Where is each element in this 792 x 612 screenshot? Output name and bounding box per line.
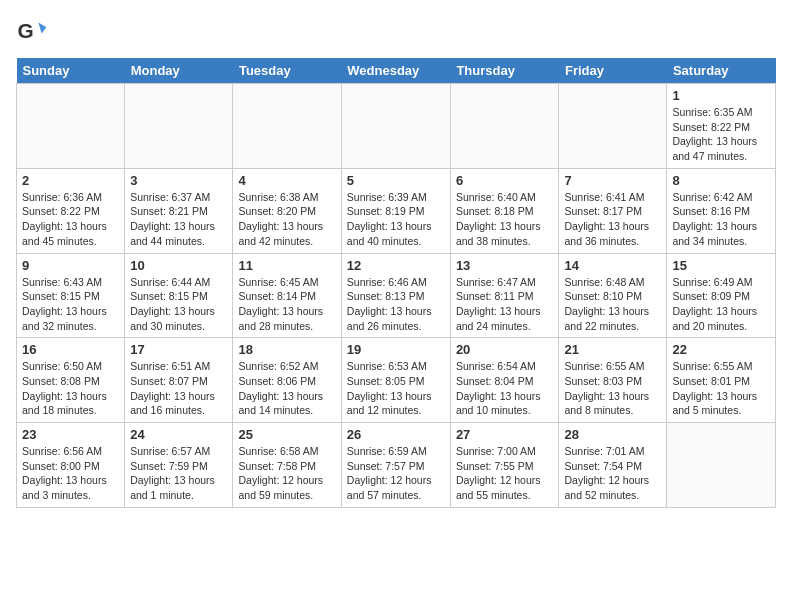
- day-info: Sunrise: 6:47 AM Sunset: 8:11 PM Dayligh…: [456, 275, 554, 334]
- week-row-3: 9Sunrise: 6:43 AM Sunset: 8:15 PM Daylig…: [17, 253, 776, 338]
- day-info: Sunrise: 6:54 AM Sunset: 8:04 PM Dayligh…: [456, 359, 554, 418]
- day-number: 6: [456, 173, 554, 188]
- day-info: Sunrise: 6:36 AM Sunset: 8:22 PM Dayligh…: [22, 190, 119, 249]
- day-number: 12: [347, 258, 445, 273]
- day-cell: [17, 84, 125, 169]
- day-info: Sunrise: 6:52 AM Sunset: 8:06 PM Dayligh…: [238, 359, 335, 418]
- day-info: Sunrise: 6:37 AM Sunset: 8:21 PM Dayligh…: [130, 190, 227, 249]
- day-cell: [125, 84, 233, 169]
- day-cell: 20Sunrise: 6:54 AM Sunset: 8:04 PM Dayli…: [450, 338, 559, 423]
- day-number: 20: [456, 342, 554, 357]
- column-header-tuesday: Tuesday: [233, 58, 341, 84]
- day-cell: 7Sunrise: 6:41 AM Sunset: 8:17 PM Daylig…: [559, 168, 667, 253]
- column-header-thursday: Thursday: [450, 58, 559, 84]
- day-cell: 19Sunrise: 6:53 AM Sunset: 8:05 PM Dayli…: [341, 338, 450, 423]
- column-header-friday: Friday: [559, 58, 667, 84]
- day-number: 9: [22, 258, 119, 273]
- column-header-saturday: Saturday: [667, 58, 776, 84]
- day-cell: 11Sunrise: 6:45 AM Sunset: 8:14 PM Dayli…: [233, 253, 341, 338]
- day-info: Sunrise: 6:41 AM Sunset: 8:17 PM Dayligh…: [564, 190, 661, 249]
- day-number: 7: [564, 173, 661, 188]
- day-cell: 15Sunrise: 6:49 AM Sunset: 8:09 PM Dayli…: [667, 253, 776, 338]
- day-info: Sunrise: 6:53 AM Sunset: 8:05 PM Dayligh…: [347, 359, 445, 418]
- day-cell: 22Sunrise: 6:55 AM Sunset: 8:01 PM Dayli…: [667, 338, 776, 423]
- svg-marker-1: [38, 22, 46, 33]
- day-number: 2: [22, 173, 119, 188]
- day-number: 14: [564, 258, 661, 273]
- day-cell: 3Sunrise: 6:37 AM Sunset: 8:21 PM Daylig…: [125, 168, 233, 253]
- day-cell: 25Sunrise: 6:58 AM Sunset: 7:58 PM Dayli…: [233, 423, 341, 508]
- day-number: 21: [564, 342, 661, 357]
- week-row-5: 23Sunrise: 6:56 AM Sunset: 8:00 PM Dayli…: [17, 423, 776, 508]
- day-info: Sunrise: 7:01 AM Sunset: 7:54 PM Dayligh…: [564, 444, 661, 503]
- day-number: 27: [456, 427, 554, 442]
- day-cell: 14Sunrise: 6:48 AM Sunset: 8:10 PM Dayli…: [559, 253, 667, 338]
- column-header-monday: Monday: [125, 58, 233, 84]
- day-number: 10: [130, 258, 227, 273]
- day-cell: 17Sunrise: 6:51 AM Sunset: 8:07 PM Dayli…: [125, 338, 233, 423]
- day-info: Sunrise: 6:45 AM Sunset: 8:14 PM Dayligh…: [238, 275, 335, 334]
- day-info: Sunrise: 7:00 AM Sunset: 7:55 PM Dayligh…: [456, 444, 554, 503]
- day-cell: [667, 423, 776, 508]
- day-cell: 13Sunrise: 6:47 AM Sunset: 8:11 PM Dayli…: [450, 253, 559, 338]
- day-info: Sunrise: 6:35 AM Sunset: 8:22 PM Dayligh…: [672, 105, 770, 164]
- day-cell: 6Sunrise: 6:40 AM Sunset: 8:18 PM Daylig…: [450, 168, 559, 253]
- day-cell: [341, 84, 450, 169]
- logo-icon: G: [16, 16, 48, 48]
- day-cell: 10Sunrise: 6:44 AM Sunset: 8:15 PM Dayli…: [125, 253, 233, 338]
- day-info: Sunrise: 6:49 AM Sunset: 8:09 PM Dayligh…: [672, 275, 770, 334]
- day-cell: 1Sunrise: 6:35 AM Sunset: 8:22 PM Daylig…: [667, 84, 776, 169]
- day-number: 4: [238, 173, 335, 188]
- week-row-1: 1Sunrise: 6:35 AM Sunset: 8:22 PM Daylig…: [17, 84, 776, 169]
- day-info: Sunrise: 6:44 AM Sunset: 8:15 PM Dayligh…: [130, 275, 227, 334]
- day-cell: 16Sunrise: 6:50 AM Sunset: 8:08 PM Dayli…: [17, 338, 125, 423]
- day-number: 8: [672, 173, 770, 188]
- day-info: Sunrise: 6:39 AM Sunset: 8:19 PM Dayligh…: [347, 190, 445, 249]
- day-cell: [233, 84, 341, 169]
- day-number: 18: [238, 342, 335, 357]
- day-info: Sunrise: 6:58 AM Sunset: 7:58 PM Dayligh…: [238, 444, 335, 503]
- logo: G: [16, 16, 52, 48]
- day-cell: 18Sunrise: 6:52 AM Sunset: 8:06 PM Dayli…: [233, 338, 341, 423]
- day-info: Sunrise: 6:50 AM Sunset: 8:08 PM Dayligh…: [22, 359, 119, 418]
- day-info: Sunrise: 6:42 AM Sunset: 8:16 PM Dayligh…: [672, 190, 770, 249]
- day-number: 17: [130, 342, 227, 357]
- page-header: G: [16, 16, 776, 48]
- day-cell: 2Sunrise: 6:36 AM Sunset: 8:22 PM Daylig…: [17, 168, 125, 253]
- calendar: SundayMondayTuesdayWednesdayThursdayFrid…: [16, 58, 776, 508]
- day-number: 26: [347, 427, 445, 442]
- day-info: Sunrise: 6:46 AM Sunset: 8:13 PM Dayligh…: [347, 275, 445, 334]
- day-cell: 27Sunrise: 7:00 AM Sunset: 7:55 PM Dayli…: [450, 423, 559, 508]
- day-number: 16: [22, 342, 119, 357]
- day-cell: [559, 84, 667, 169]
- day-number: 28: [564, 427, 661, 442]
- day-number: 5: [347, 173, 445, 188]
- day-number: 19: [347, 342, 445, 357]
- day-info: Sunrise: 6:56 AM Sunset: 8:00 PM Dayligh…: [22, 444, 119, 503]
- day-info: Sunrise: 6:48 AM Sunset: 8:10 PM Dayligh…: [564, 275, 661, 334]
- day-cell: 26Sunrise: 6:59 AM Sunset: 7:57 PM Dayli…: [341, 423, 450, 508]
- day-cell: 23Sunrise: 6:56 AM Sunset: 8:00 PM Dayli…: [17, 423, 125, 508]
- day-info: Sunrise: 6:55 AM Sunset: 8:01 PM Dayligh…: [672, 359, 770, 418]
- day-cell: [450, 84, 559, 169]
- week-row-2: 2Sunrise: 6:36 AM Sunset: 8:22 PM Daylig…: [17, 168, 776, 253]
- day-info: Sunrise: 6:59 AM Sunset: 7:57 PM Dayligh…: [347, 444, 445, 503]
- svg-text:G: G: [18, 19, 34, 42]
- day-number: 24: [130, 427, 227, 442]
- day-cell: 8Sunrise: 6:42 AM Sunset: 8:16 PM Daylig…: [667, 168, 776, 253]
- day-number: 13: [456, 258, 554, 273]
- day-number: 1: [672, 88, 770, 103]
- day-number: 15: [672, 258, 770, 273]
- day-number: 3: [130, 173, 227, 188]
- day-info: Sunrise: 6:43 AM Sunset: 8:15 PM Dayligh…: [22, 275, 119, 334]
- day-cell: 4Sunrise: 6:38 AM Sunset: 8:20 PM Daylig…: [233, 168, 341, 253]
- day-cell: 12Sunrise: 6:46 AM Sunset: 8:13 PM Dayli…: [341, 253, 450, 338]
- calendar-header-row: SundayMondayTuesdayWednesdayThursdayFrid…: [17, 58, 776, 84]
- week-row-4: 16Sunrise: 6:50 AM Sunset: 8:08 PM Dayli…: [17, 338, 776, 423]
- day-cell: 5Sunrise: 6:39 AM Sunset: 8:19 PM Daylig…: [341, 168, 450, 253]
- day-number: 23: [22, 427, 119, 442]
- column-header-wednesday: Wednesday: [341, 58, 450, 84]
- day-info: Sunrise: 6:38 AM Sunset: 8:20 PM Dayligh…: [238, 190, 335, 249]
- day-cell: 21Sunrise: 6:55 AM Sunset: 8:03 PM Dayli…: [559, 338, 667, 423]
- column-header-sunday: Sunday: [17, 58, 125, 84]
